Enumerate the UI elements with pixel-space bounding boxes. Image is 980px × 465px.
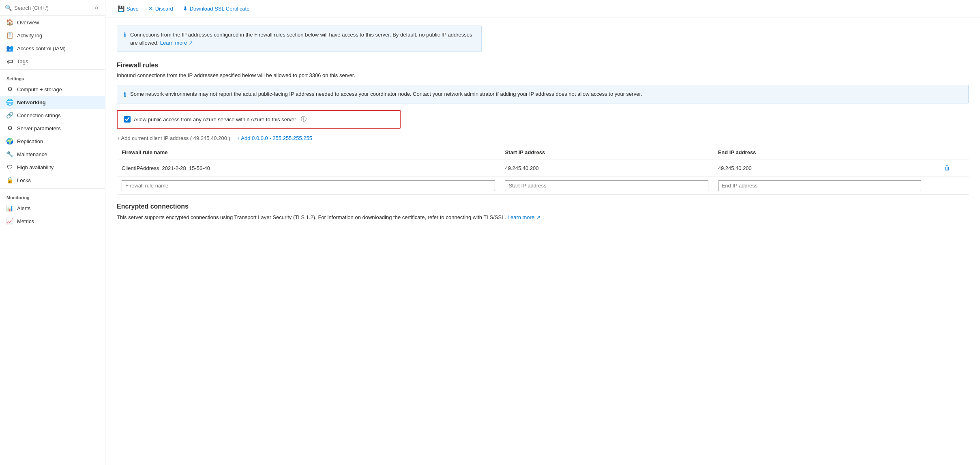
sidebar-item-networking[interactable]: 🌐 Networking xyxy=(0,96,105,109)
sidebar-item-label: Replication xyxy=(17,138,43,144)
discard-icon: ✕ xyxy=(148,5,153,12)
info-icon: ℹ xyxy=(124,31,126,39)
col-header-end: End IP address xyxy=(713,146,926,159)
sidebar-item-access-control[interactable]: 👥 Access control (IAM) xyxy=(0,42,105,55)
sidebar-item-tags[interactable]: 🏷 Tags xyxy=(0,55,105,68)
save-label: Save xyxy=(127,6,139,12)
divider xyxy=(0,69,105,70)
new-rule-start-input[interactable] xyxy=(505,180,708,191)
metrics-icon: 📈 xyxy=(6,218,13,224)
tags-icon: 🏷 xyxy=(6,58,13,65)
download-ssl-label: Download SSL Certificate xyxy=(190,6,250,12)
firewall-rules-table: Firewall rule name Start IP address End … xyxy=(117,146,969,195)
overview-icon: 🏠 xyxy=(6,19,13,26)
encrypted-learn-more-link[interactable]: Learn more ↗ xyxy=(508,214,540,220)
sidebar-item-server-parameters[interactable]: ⚙ Server parameters xyxy=(0,122,105,135)
sidebar-item-label: Connection strings xyxy=(17,112,61,118)
discard-button[interactable]: ✕ Discard xyxy=(144,3,177,14)
allow-azure-access-label: Allow public access from any Azure servi… xyxy=(134,116,296,123)
fw-rule-delete-cell: 🗑 xyxy=(926,159,969,177)
new-rule-row xyxy=(117,177,969,195)
new-rule-end-cell xyxy=(713,177,926,195)
info-banner: ℹ Connections from the IP addresses conf… xyxy=(117,26,482,52)
delete-rule-button[interactable]: 🗑 xyxy=(942,163,952,173)
networking-icon: 🌐 xyxy=(6,99,13,105)
info-learn-more-link[interactable]: Learn more ↗ xyxy=(160,40,193,46)
activity-log-icon: 📋 xyxy=(6,32,13,39)
sidebar-nav-monitoring: 📊 Alerts 📈 Metrics xyxy=(0,202,105,228)
sidebar-item-alerts[interactable]: 📊 Alerts xyxy=(0,202,105,215)
toolbar: 💾 Save ✕ Discard ⬇ Download SSL Certific… xyxy=(105,0,980,17)
alerts-icon: 📊 xyxy=(6,205,13,211)
compute-storage-icon: ⚙ xyxy=(6,86,13,93)
sidebar-item-label: Tags xyxy=(17,58,28,65)
server-parameters-icon: ⚙ xyxy=(6,125,13,131)
download-icon: ⬇ xyxy=(183,5,188,12)
fw-rule-start-ip: 49.245.40.200 xyxy=(500,159,713,177)
sidebar-item-metrics[interactable]: 📈 Metrics xyxy=(0,215,105,228)
locks-icon: 🔒 xyxy=(6,177,13,183)
sidebar-item-label: Overview xyxy=(17,19,39,26)
allow-azure-access-row: Allow public access from any Azure servi… xyxy=(117,110,401,129)
settings-section-label: Settings xyxy=(0,71,105,83)
sidebar-item-label: Server parameters xyxy=(17,125,61,131)
new-rule-name-cell xyxy=(117,177,500,195)
connection-strings-icon: 🔗 xyxy=(6,112,13,118)
firewall-rules-title: Firewall rules xyxy=(117,62,969,69)
sidebar-item-label: Alerts xyxy=(17,205,30,211)
encrypted-connections-desc: This server supports encrypted connectio… xyxy=(117,213,969,222)
col-header-name: Firewall rule name xyxy=(117,146,500,159)
info-banner-text: Connections from the IP addresses config… xyxy=(130,31,475,47)
firewall-rules-desc: Inbound connections from the IP addresse… xyxy=(117,72,969,78)
divider-monitoring xyxy=(0,188,105,189)
save-icon: 💾 xyxy=(118,5,124,12)
sidebar-item-label: Networking xyxy=(17,99,46,105)
sidebar-item-activity-log[interactable]: 📋 Activity log xyxy=(0,29,105,42)
add-links-row: + Add current client IP address ( 49.245… xyxy=(117,135,969,141)
save-button[interactable]: 💾 Save xyxy=(114,3,143,14)
sidebar-item-maintenance[interactable]: 🔧 Maintenance xyxy=(0,148,105,161)
sidebar-item-overview[interactable]: 🏠 Overview xyxy=(0,16,105,29)
download-ssl-button[interactable]: ⬇ Download SSL Certificate xyxy=(179,3,254,14)
sidebar-item-locks[interactable]: 🔒 Locks xyxy=(0,174,105,187)
allow-azure-access-checkbox[interactable] xyxy=(124,116,131,123)
network-banner: ℹ Some network environments may not repo… xyxy=(117,85,969,103)
search-bar[interactable]: 🔍 « xyxy=(0,0,105,16)
access-control-icon: 👥 xyxy=(6,45,13,52)
search-icon: 🔍 xyxy=(5,4,12,11)
sidebar-item-label: Metrics xyxy=(17,218,34,224)
sidebar-item-label: Activity log xyxy=(17,32,42,39)
replication-icon: 🌍 xyxy=(6,138,13,144)
fw-rule-name: ClientIPAddress_2021-2-28_15-56-40 xyxy=(117,159,500,177)
new-rule-start-cell xyxy=(500,177,713,195)
sidebar-item-replication[interactable]: 🌍 Replication xyxy=(0,135,105,148)
monitoring-section-label: Monitoring xyxy=(0,190,105,202)
discard-label: Discard xyxy=(155,6,173,12)
fw-rule-end-ip: 49.245.40.200 xyxy=(713,159,926,177)
sidebar: 🔍 « 🏠 Overview 📋 Activity log 👥 Access c… xyxy=(0,0,105,465)
network-info-icon: ℹ xyxy=(124,90,126,98)
col-header-start: Start IP address xyxy=(500,146,713,159)
sidebar-item-compute-storage[interactable]: ⚙ Compute + storage xyxy=(0,83,105,96)
sidebar-item-label: Maintenance xyxy=(17,151,47,157)
sidebar-item-connection-strings[interactable]: 🔗 Connection strings xyxy=(0,109,105,122)
add-client-ip-text: + Add current client IP address ( 49.245… xyxy=(117,135,230,141)
main-panel: 💾 Save ✕ Discard ⬇ Download SSL Certific… xyxy=(105,0,980,465)
sidebar-item-label: High availability xyxy=(17,164,54,170)
checkbox-info-icon[interactable]: ⓘ xyxy=(301,116,307,123)
high-availability-icon: 🛡 xyxy=(6,164,13,170)
collapse-button[interactable]: « xyxy=(93,3,100,12)
new-rule-name-input[interactable] xyxy=(122,180,495,191)
search-input[interactable] xyxy=(14,5,91,11)
sidebar-item-label: Locks xyxy=(17,177,31,183)
sidebar-item-high-availability[interactable]: 🛡 High availability xyxy=(0,161,105,174)
sidebar-item-label: Access control (IAM) xyxy=(17,45,66,52)
table-row: ClientIPAddress_2021-2-28_15-56-40 49.24… xyxy=(117,159,969,177)
maintenance-icon: 🔧 xyxy=(6,151,13,157)
new-rule-end-input[interactable] xyxy=(718,180,921,191)
content-area: ℹ Connections from the IP addresses conf… xyxy=(105,17,980,465)
sidebar-nav-top: 🏠 Overview 📋 Activity log 👥 Access contr… xyxy=(0,16,105,68)
add-all-link[interactable]: + Add 0.0.0.0 - 255.255.255.255 xyxy=(237,135,312,141)
col-header-action xyxy=(926,146,969,159)
new-rule-action-cell xyxy=(926,177,969,195)
